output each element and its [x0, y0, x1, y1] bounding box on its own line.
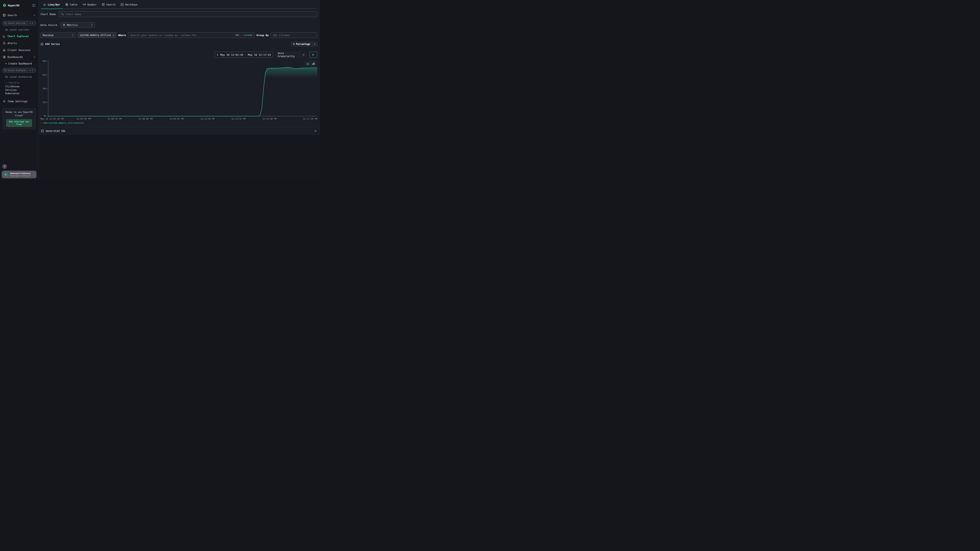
- create-dashboard-button[interactable]: + Create Dashboard: [0, 60, 38, 66]
- sidebar-bottom: ? D demos@clickhouse.com demos@clickhous…: [0, 164, 38, 180]
- chart-legend: — max(system.memory.utilization): [41, 122, 317, 124]
- svg-text:12:17:30 PM: 12:17:30 PM: [303, 118, 317, 120]
- aggregation-value: Maximum: [43, 34, 54, 37]
- layout-grid-icon: [3, 56, 6, 59]
- saved-searches-pill[interactable]: ⌘ K: [2, 21, 36, 26]
- saved-searches-input[interactable]: [8, 22, 25, 24]
- sidebar-header: HyperDX: [0, 0, 38, 11]
- chart-line-icon: [3, 35, 6, 38]
- no-saved-searches-text: No saved searches: [5, 29, 38, 31]
- presets-toggle[interactable]: PRESETS: [0, 80, 38, 85]
- bell-icon: [3, 41, 6, 45]
- tab-table[interactable]: Table: [63, 0, 80, 9]
- svg-text:May 16 12:02:30 PM: May 16 12:02:30 PM: [40, 118, 64, 120]
- sidebar-item-label: Team Settings: [8, 100, 27, 103]
- logs-icon: [3, 14, 6, 17]
- add-series-button[interactable]: Add Series: [40, 43, 60, 46]
- group-by-input[interactable]: [271, 32, 317, 38]
- date-range-input[interactable]: May 16 12:02:43 - May 16 12:17:43: [215, 52, 273, 58]
- where-input-wrap: SQL | Lucene: [128, 32, 255, 38]
- aggregation-select[interactable]: Maximum: [40, 32, 76, 38]
- chart-type-tabs: Line/Bar Table 123 Number: [38, 0, 320, 9]
- sidebar: HyperDX Search ⌘ K No s: [0, 0, 38, 180]
- chart-name-label: Chart Name: [40, 13, 56, 16]
- search-icon: [4, 22, 6, 24]
- granularity-value: Auto Granularity: [278, 52, 300, 58]
- chart-builder-panel: Line/Bar Table 123 Number: [38, 0, 320, 135]
- sidebar-item-dashboards[interactable]: Dashboards: [0, 54, 38, 60]
- tab-markdown[interactable]: M↓ Markdown: [118, 0, 140, 9]
- chevron-down-icon: [314, 130, 317, 132]
- data-source-select[interactable]: Metrics: [60, 22, 95, 28]
- no-saved-dashboards-text: No saved dashboards: [5, 76, 38, 78]
- sidebar-item-team-settings[interactable]: Team Settings: [0, 98, 38, 105]
- user-team: demos@clickhouse.com's: [10, 175, 31, 177]
- chevron-right-icon: [33, 173, 35, 176]
- main-area: Line/Bar Table 123 Number: [38, 0, 320, 180]
- metric-chip-label: system.memory.utiliza: [80, 34, 111, 37]
- get-started-button[interactable]: Get Started for Free: [6, 119, 32, 127]
- database-icon: [63, 24, 65, 26]
- sidebar-item-label: Chart Explorer: [8, 35, 29, 38]
- granularity-select[interactable]: Auto Granularity: [275, 52, 307, 58]
- percentage-remove-button[interactable]: ✕: [312, 42, 317, 46]
- help-button[interactable]: ?: [2, 164, 7, 169]
- data-source-value: Metrics: [67, 24, 78, 27]
- date-range-value: May 16 12:02:43 - May 16 12:17:43: [220, 53, 271, 56]
- empty-lower-area: [38, 135, 320, 180]
- user-menu[interactable]: D demos@clickhouse.com demos@clickhouse.…: [2, 171, 37, 178]
- app-root: HyperDX Search ⌘ K No s: [0, 0, 320, 180]
- line-chart-toggle-icon[interactable]: [307, 62, 310, 65]
- laptop-icon: [3, 49, 6, 52]
- percent-icon: %: [293, 43, 294, 46]
- chevron-down-icon: [5, 82, 7, 84]
- chart-name-input[interactable]: [59, 11, 317, 17]
- group-by-label: Group By: [256, 34, 269, 37]
- sidebar-item-chart-explorer[interactable]: Chart Explorer: [0, 33, 38, 40]
- svg-text:12:11:30 PM: 12:11:30 PM: [200, 118, 215, 120]
- chevron-up-icon: [33, 56, 35, 58]
- gear-icon: [3, 100, 6, 103]
- calendar-icon: [217, 54, 218, 56]
- sidebar-item-alerts[interactable]: Alerts: [0, 40, 38, 46]
- generated-sql-toggle[interactable]: Generated SQL: [40, 127, 317, 135]
- legend-label: max(system.memory.utilization): [44, 122, 84, 124]
- shortcut-badge: ⌘ K: [29, 22, 34, 24]
- plus-circle-icon: [40, 43, 43, 46]
- lucene-toggle[interactable]: Lucene: [244, 34, 252, 37]
- tab-line-bar[interactable]: Line/Bar: [41, 0, 63, 9]
- chart-style-toggle: [304, 61, 317, 66]
- utilization-chart[interactable]: 0%15%30%45%60%May 16 12:02:30 PM12:04:30…: [40, 60, 317, 121]
- sidebar-item-client-sessions[interactable]: Client Sessions: [0, 46, 38, 54]
- svg-text:15%: 15%: [43, 101, 46, 103]
- chevron-down-icon: [302, 54, 305, 56]
- presets-label: PRESETS: [9, 82, 20, 84]
- run-query-button[interactable]: [309, 52, 317, 58]
- select-chevrons-icon: [91, 24, 93, 26]
- saved-dashboards-input[interactable]: [8, 69, 25, 71]
- preset-item-services[interactable]: Services: [0, 88, 38, 92]
- svg-text:12:04:30 PM: 12:04:30 PM: [76, 118, 91, 120]
- sidebar-item-label: Search: [8, 14, 17, 17]
- tab-number[interactable]: 123 Number: [80, 0, 99, 9]
- saved-dashboards-pill[interactable]: ⌘ K: [2, 68, 36, 73]
- user-texts: demos@clickhouse.com demos@clickhouse.co…: [10, 172, 31, 177]
- percentage-button[interactable]: % Percentage: [291, 42, 312, 46]
- code-icon: [41, 129, 44, 132]
- avatar: D: [3, 172, 8, 177]
- preset-item-clickhouse[interactable]: Clickhouse: [0, 85, 38, 88]
- svg-text:30%: 30%: [43, 87, 46, 90]
- svg-text:12:08:00 PM: 12:08:00 PM: [138, 118, 153, 120]
- sidebar-item-label: Dashboards: [8, 56, 23, 59]
- sidebar-item-search[interactable]: Search: [0, 12, 38, 19]
- remove-metric-icon[interactable]: ✕: [113, 34, 114, 37]
- svg-text:12:13:15 PM: 12:13:15 PM: [231, 118, 245, 120]
- collapse-sidebar-icon[interactable]: [32, 4, 35, 7]
- tab-search[interactable]: Search: [99, 0, 118, 9]
- preset-item-kubernetes[interactable]: Kubernetes: [0, 92, 38, 95]
- svg-text:12:15:00 PM: 12:15:00 PM: [262, 118, 277, 120]
- metric-chip[interactable]: system.memory.utiliza ✕: [78, 32, 116, 38]
- bar-chart-toggle-icon[interactable]: [312, 62, 315, 65]
- sidebar-item-label: Client Sessions: [8, 49, 30, 52]
- sql-toggle[interactable]: SQL: [235, 34, 240, 37]
